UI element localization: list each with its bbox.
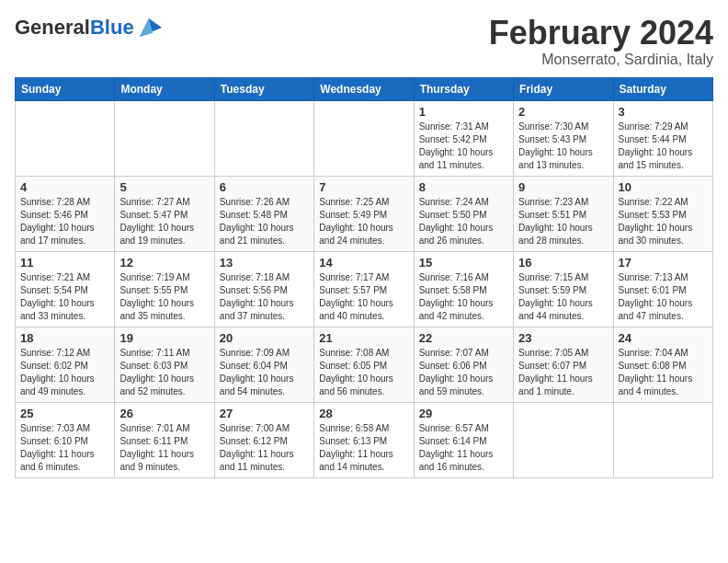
day-number: 25: [20, 407, 109, 420]
location-subtitle: Monserrato, Sardinia, Italy: [489, 52, 713, 68]
calendar-cell: 6Sunrise: 7:26 AM Sunset: 5:48 PM Daylig…: [214, 176, 313, 251]
day-number: 8: [419, 180, 508, 194]
calendar-cell: 5Sunrise: 7:27 AM Sunset: 5:47 PM Daylig…: [115, 176, 214, 251]
calendar-week-row: 11Sunrise: 7:21 AM Sunset: 5:54 PM Dayli…: [16, 251, 713, 327]
day-number: 2: [518, 105, 608, 119]
day-details: Sunrise: 7:28 AM Sunset: 5:46 PM Dayligh…: [20, 196, 109, 247]
day-number: 17: [619, 256, 708, 270]
logo-general-text: General: [15, 16, 90, 39]
calendar-cell: 9Sunrise: 7:23 AM Sunset: 5:51 PM Daylig…: [514, 176, 613, 251]
day-details: Sunrise: 7:15 AM Sunset: 5:59 PM Dayligh…: [518, 271, 608, 323]
day-number: 28: [319, 407, 408, 420]
calendar-cell: 21Sunrise: 7:08 AM Sunset: 6:05 PM Dayli…: [314, 327, 414, 402]
calendar-cell: 20Sunrise: 7:09 AM Sunset: 6:04 PM Dayli…: [214, 327, 313, 402]
calendar-cell: 15Sunrise: 7:16 AM Sunset: 5:58 PM Dayli…: [414, 251, 513, 327]
calendar-cell: 27Sunrise: 7:00 AM Sunset: 6:12 PM Dayli…: [214, 402, 313, 477]
day-number: 12: [119, 256, 209, 270]
logo-icon: [136, 15, 162, 40]
day-number: 22: [419, 331, 508, 345]
calendar-day-header: Wednesday: [314, 77, 414, 100]
calendar-cell: 22Sunrise: 7:07 AM Sunset: 6:06 PM Dayli…: [414, 327, 513, 402]
calendar-day-header: Sunday: [16, 77, 115, 100]
day-number: 20: [220, 331, 309, 345]
day-details: Sunrise: 7:17 AM Sunset: 5:57 PM Dayligh…: [319, 271, 408, 323]
calendar-cell: 13Sunrise: 7:18 AM Sunset: 5:56 PM Dayli…: [214, 251, 313, 327]
day-number: 16: [518, 256, 608, 270]
day-details: Sunrise: 7:27 AM Sunset: 5:47 PM Dayligh…: [119, 196, 209, 247]
day-details: Sunrise: 7:09 AM Sunset: 6:04 PM Dayligh…: [220, 347, 309, 398]
calendar-cell: 4Sunrise: 7:28 AM Sunset: 5:46 PM Daylig…: [16, 176, 115, 251]
day-details: Sunrise: 7:23 AM Sunset: 5:51 PM Dayligh…: [518, 196, 608, 247]
month-year-title: February 2024: [489, 15, 713, 52]
calendar-cell: 2Sunrise: 7:30 AM Sunset: 5:43 PM Daylig…: [514, 100, 613, 176]
day-number: 15: [419, 256, 508, 270]
day-number: 14: [319, 256, 408, 270]
calendar-cell: 11Sunrise: 7:21 AM Sunset: 5:54 PM Dayli…: [16, 251, 115, 327]
calendar-cell: 12Sunrise: 7:19 AM Sunset: 5:55 PM Dayli…: [115, 251, 214, 327]
calendar-day-header: Friday: [514, 77, 613, 100]
calendar-table: SundayMondayTuesdayWednesdayThursdayFrid…: [15, 77, 713, 478]
day-number: 29: [419, 407, 508, 420]
calendar-week-row: 25Sunrise: 7:03 AM Sunset: 6:10 PM Dayli…: [16, 402, 713, 477]
day-details: Sunrise: 7:18 AM Sunset: 5:56 PM Dayligh…: [220, 271, 309, 323]
day-number: 1: [419, 105, 508, 119]
day-details: Sunrise: 7:29 AM Sunset: 5:44 PM Dayligh…: [619, 121, 708, 172]
day-details: Sunrise: 7:13 AM Sunset: 6:01 PM Dayligh…: [619, 271, 708, 323]
calendar-cell: 3Sunrise: 7:29 AM Sunset: 5:44 PM Daylig…: [613, 100, 712, 176]
day-number: 18: [20, 331, 109, 345]
calendar-cell: [214, 100, 313, 176]
day-details: Sunrise: 7:26 AM Sunset: 5:48 PM Dayligh…: [220, 196, 309, 247]
calendar-cell: 1Sunrise: 7:31 AM Sunset: 5:42 PM Daylig…: [414, 100, 513, 176]
calendar-cell: 26Sunrise: 7:01 AM Sunset: 6:11 PM Dayli…: [115, 402, 214, 477]
calendar-cell: 18Sunrise: 7:12 AM Sunset: 6:02 PM Dayli…: [16, 327, 115, 402]
day-number: 9: [518, 180, 608, 194]
calendar-cell: 28Sunrise: 6:58 AM Sunset: 6:13 PM Dayli…: [314, 402, 414, 477]
day-number: 23: [518, 331, 608, 345]
day-details: Sunrise: 7:04 AM Sunset: 6:08 PM Dayligh…: [619, 347, 708, 398]
calendar-cell: 10Sunrise: 7:22 AM Sunset: 5:53 PM Dayli…: [613, 176, 712, 251]
calendar-cell: 16Sunrise: 7:15 AM Sunset: 5:59 PM Dayli…: [514, 251, 613, 327]
day-details: Sunrise: 6:58 AM Sunset: 6:13 PM Dayligh…: [319, 422, 408, 474]
day-number: 11: [20, 256, 109, 270]
day-details: Sunrise: 7:03 AM Sunset: 6:10 PM Dayligh…: [20, 422, 109, 474]
calendar-cell: [16, 100, 115, 176]
calendar-day-header: Saturday: [613, 77, 712, 100]
calendar-cell: [514, 402, 613, 477]
calendar-cell: 29Sunrise: 6:57 AM Sunset: 6:14 PM Dayli…: [414, 402, 513, 477]
day-number: 3: [619, 105, 708, 119]
day-details: Sunrise: 7:00 AM Sunset: 6:12 PM Dayligh…: [220, 422, 309, 474]
day-details: Sunrise: 7:30 AM Sunset: 5:43 PM Dayligh…: [518, 121, 608, 172]
day-number: 4: [20, 180, 109, 194]
day-number: 24: [619, 331, 708, 345]
day-number: 27: [220, 407, 309, 420]
title-block: February 2024 Monserrato, Sardinia, Ital…: [489, 15, 713, 68]
day-number: 5: [119, 180, 209, 194]
day-number: 26: [119, 407, 209, 420]
day-details: Sunrise: 6:57 AM Sunset: 6:14 PM Dayligh…: [419, 422, 508, 474]
calendar-cell: 14Sunrise: 7:17 AM Sunset: 5:57 PM Dayli…: [314, 251, 414, 327]
day-details: Sunrise: 7:12 AM Sunset: 6:02 PM Dayligh…: [20, 347, 109, 398]
calendar-cell: 25Sunrise: 7:03 AM Sunset: 6:10 PM Dayli…: [16, 402, 115, 477]
logo-blue-text: Blue: [90, 16, 134, 39]
day-details: Sunrise: 7:16 AM Sunset: 5:58 PM Dayligh…: [419, 271, 508, 323]
calendar-cell: [613, 402, 712, 477]
day-number: 7: [319, 180, 408, 194]
day-number: 10: [619, 180, 708, 194]
calendar-week-row: 1Sunrise: 7:31 AM Sunset: 5:42 PM Daylig…: [16, 100, 713, 176]
calendar-week-row: 4Sunrise: 7:28 AM Sunset: 5:46 PM Daylig…: [16, 176, 713, 251]
day-details: Sunrise: 7:25 AM Sunset: 5:49 PM Dayligh…: [319, 196, 408, 247]
calendar-cell: 8Sunrise: 7:24 AM Sunset: 5:50 PM Daylig…: [414, 176, 513, 251]
day-number: 6: [220, 180, 309, 194]
day-details: Sunrise: 7:19 AM Sunset: 5:55 PM Dayligh…: [119, 271, 209, 323]
day-details: Sunrise: 7:22 AM Sunset: 5:53 PM Dayligh…: [619, 196, 708, 247]
calendar-cell: [314, 100, 414, 176]
calendar-header-row: SundayMondayTuesdayWednesdayThursdayFrid…: [16, 77, 713, 100]
calendar-cell: [115, 100, 214, 176]
day-number: 19: [119, 331, 209, 345]
logo: GeneralBlue: [15, 15, 162, 40]
day-details: Sunrise: 7:07 AM Sunset: 6:06 PM Dayligh…: [419, 347, 508, 398]
calendar-cell: 7Sunrise: 7:25 AM Sunset: 5:49 PM Daylig…: [314, 176, 414, 251]
day-details: Sunrise: 7:21 AM Sunset: 5:54 PM Dayligh…: [20, 271, 109, 323]
day-number: 21: [319, 331, 408, 345]
day-details: Sunrise: 7:24 AM Sunset: 5:50 PM Dayligh…: [419, 196, 508, 247]
